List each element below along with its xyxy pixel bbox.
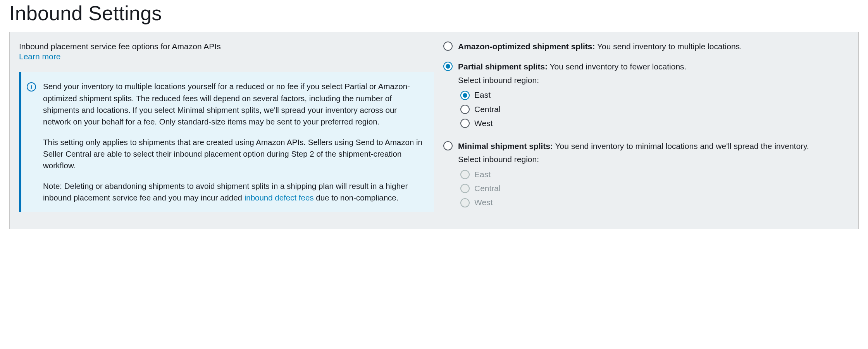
partial-east-label: East [474, 89, 491, 101]
option-minimal: Minimal shipment splits: You send invent… [443, 140, 849, 211]
info-paragraph-1: Send your inventory to multiple location… [43, 81, 426, 128]
radio-partial-east[interactable] [460, 91, 470, 100]
minimal-region-central: Central [458, 183, 809, 194]
option-minimal-desc: You send inventory to minimal locations … [553, 142, 809, 150]
option-partial-desc: You send inventory to fewer locations. [548, 62, 686, 71]
radio-minimal-west [460, 198, 470, 207]
partial-sub-label: Select inbound region: [458, 74, 686, 86]
left-column: Inbound placement service fee options fo… [19, 41, 434, 219]
inbound-defect-fees-link[interactable]: inbound defect fees [245, 193, 314, 202]
minimal-sub-label: Select inbound region: [458, 154, 809, 165]
radio-minimal-central [460, 184, 470, 193]
option-amazon-text: Amazon-optimized shipment splits: You se… [458, 41, 742, 52]
option-amazon-desc: You send inventory to multiple locations… [595, 42, 742, 51]
radio-partial[interactable] [443, 62, 453, 71]
option-amazon-optimized: Amazon-optimized shipment splits: You se… [443, 41, 849, 52]
minimal-region-east: East [458, 169, 809, 180]
info-paragraph-2: This setting only applies to shipments t… [43, 136, 426, 172]
info-body: Send your inventory to multiple location… [43, 81, 426, 204]
minimal-region-west: West [458, 197, 809, 208]
minimal-sub-options: East Central West [458, 169, 809, 209]
option-minimal-title: Minimal shipment splits: [458, 142, 553, 150]
minimal-west-label: West [474, 197, 493, 208]
partial-region-west: West [458, 117, 686, 129]
minimal-central-label: Central [474, 183, 501, 194]
info-icon-wrap [27, 81, 36, 92]
option-amazon-title: Amazon-optimized shipment splits: [458, 42, 595, 51]
radio-minimal-east [460, 170, 470, 179]
radio-partial-central[interactable] [460, 105, 470, 114]
info-icon [27, 82, 36, 92]
option-partial: Partial shipment splits: You send invent… [443, 61, 849, 131]
info-p3-suffix: due to non-compliance. [314, 193, 399, 202]
info-box: Send your inventory to multiple location… [19, 72, 434, 212]
partial-west-label: West [474, 117, 493, 129]
partial-region-central: Central [458, 104, 686, 115]
option-partial-text: Partial shipment splits: You send invent… [458, 61, 686, 131]
settings-panel: Inbound placement service fee options fo… [9, 32, 859, 229]
right-column: Amazon-optimized shipment splits: You se… [443, 41, 849, 219]
partial-central-label: Central [474, 104, 501, 115]
partial-sub-options: East Central West [458, 89, 686, 129]
partial-region-east: East [458, 89, 686, 101]
minimal-east-label: East [474, 169, 491, 180]
option-minimal-text: Minimal shipment splits: You send invent… [458, 140, 809, 211]
info-paragraph-3: Note: Deleting or abandoning shipments t… [43, 180, 426, 204]
intro-label: Inbound placement service fee options fo… [19, 41, 434, 52]
page-title: Inbound Settings [9, 2, 859, 25]
radio-partial-west[interactable] [460, 119, 470, 128]
option-partial-title: Partial shipment splits: [458, 62, 548, 71]
learn-more-link[interactable]: Learn more [19, 52, 60, 61]
radio-minimal[interactable] [443, 141, 453, 150]
radio-amazon-optimized[interactable] [443, 41, 453, 51]
